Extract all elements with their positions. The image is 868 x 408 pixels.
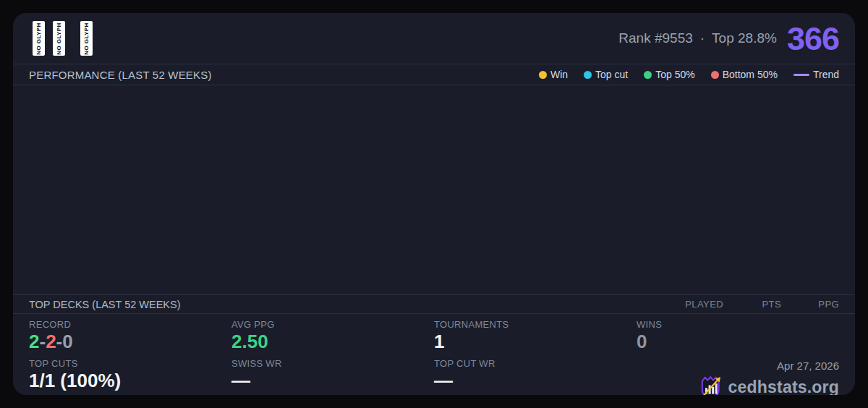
stat-label: TOP CUTS [29,358,231,369]
performance-chart-area [13,85,855,294]
stat-wins: WINS 0 [637,319,839,353]
record-part: 2 [29,331,39,352]
rank-separator-dot: · [700,30,705,46]
stat-label: WINS [637,319,839,330]
stat-top-cuts: TOP CUTS 1/1 (100%) [29,358,231,395]
top-50-dot-icon [644,71,652,79]
rank-text: Rank #9553 [618,30,692,46]
brand-lockup: cedhstats.org [699,374,839,395]
win-dot-icon [539,71,547,79]
tournaments-value: 1 [434,331,637,353]
glyph-placeholder-label: NO GLYPH [56,22,62,54]
commander-color-glyphs: NO GLYPH NO GLYPH NO GLYPH [33,21,101,56]
rank-summary: Rank #9553 · Top 28.8% 366 [618,22,839,55]
legend-item-top-50: Top 50% [644,69,694,80]
legend-label: Win [550,69,568,80]
stat-swiss-wr: SWISS WR — [231,358,434,395]
stat-label: SWISS WR [231,358,434,369]
player-stats-card: NO GLYPH NO GLYPH NO GLYPH Rank #9553 · … [13,13,855,395]
stat-tournaments: TOURNAMENTS 1 [434,319,637,353]
top-cut-wr-value: — [434,370,637,392]
trend-line-icon [793,74,809,76]
performance-section-title: PERFORMANCE (LAST 52 WEEKS) [29,69,212,81]
legend-item-top-cut: Top cut [584,69,628,80]
stats-grid: RECORD 2-2-0 AVG PPG 2.50 TOURNAMENTS 1 … [13,314,855,395]
stat-avg-ppg: AVG PPG 2.50 [231,319,434,353]
swiss-wr-value: — [231,370,434,392]
percentile-text: Top 28.8% [712,30,777,46]
mana-glyph-placeholder: NO GLYPH [33,21,45,56]
top-decks-section-header: TOP DECKS (LAST 52 WEEKS) PLAYED PTS PPG [13,295,855,313]
report-date: Apr 27, 2026 [777,360,839,372]
stat-top-cut-wr: TOP CUT WR — [434,358,637,395]
legend-label: Bottom 50% [723,69,778,80]
column-header-pts: PTS [723,299,781,310]
mana-glyph-placeholder: NO GLYPH [53,21,65,56]
legend-item-bottom-50: Bottom 50% [711,69,778,80]
mana-glyph-placeholder: NO GLYPH [80,21,93,56]
top-decks-section-title: TOP DECKS (LAST 52 WEEKS) [29,299,181,310]
wins-value: 0 [637,331,839,353]
record-value: 2-2-0 [29,331,231,353]
top-decks-column-headers: PLAYED PTS PPG [665,299,839,310]
points-value: 366 [787,22,839,55]
legend-label: Top 50% [655,69,694,80]
legend-item-win: Win [539,69,568,80]
top-cuts-value: 1/1 (100%) [29,370,231,392]
stat-record: RECORD 2-2-0 [29,319,231,353]
card-footer: Apr 27, 2026 cedhstats.org [637,358,839,395]
chart-legend: Win Top cut Top 50% Bottom 50% Trend [539,69,839,80]
rank-line: Rank #9553 · Top 28.8% [618,30,777,46]
record-part: - [39,331,46,352]
brand-wordmark: cedhstats.org [728,378,839,395]
top-cut-dot-icon [584,71,592,79]
performance-section-header: PERFORMANCE (LAST 52 WEEKS) Win Top cut … [13,64,855,85]
record-part: 0 [62,331,72,352]
column-header-played: PLAYED [665,299,723,310]
bottom-50-dot-icon [711,71,719,79]
stat-label: RECORD [29,319,231,330]
record-part: - [56,331,63,352]
glyph-placeholder-label: NO GLYPH [35,22,42,54]
cedhstats-logo-icon [699,374,723,395]
stat-label: TOP CUT WR [434,358,637,369]
legend-label: Trend [813,69,839,80]
card-header: NO GLYPH NO GLYPH NO GLYPH Rank #9553 · … [13,13,855,64]
stat-label: TOURNAMENTS [434,319,637,330]
glyph-placeholder-label: NO GLYPH [83,22,90,54]
avg-ppg-value: 2.50 [231,331,434,353]
column-header-ppg: PPG [781,299,839,310]
record-part: 2 [46,331,56,352]
legend-item-trend: Trend [793,69,839,80]
stat-label: AVG PPG [231,319,434,330]
legend-label: Top cut [595,69,628,80]
